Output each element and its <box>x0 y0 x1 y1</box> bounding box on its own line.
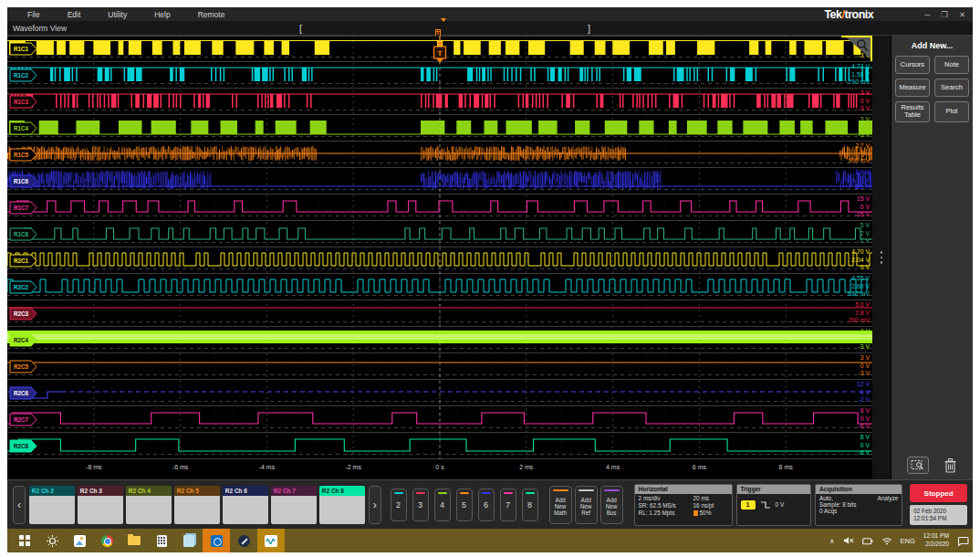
horizontal-value-left: 2 ms/div <box>639 495 693 502</box>
channel-tab-label: R2 Ch 6 <box>223 486 268 496</box>
channel-button-2[interactable]: 2 <box>391 489 407 521</box>
waveform-view[interactable]: R1C1-3 VR1C24.74 V1.58 V-790 mVR1C33 V0 … <box>7 36 872 479</box>
channel-badge-R2C8[interactable]: R2C8 <box>10 440 36 452</box>
channel-tab[interactable]: R2 Ch 5 <box>174 486 220 524</box>
panel-splitter-handle[interactable] <box>872 36 891 479</box>
svg-text:R2C6: R2C6 <box>14 390 29 396</box>
channel-badge-R2C3[interactable]: R2C3 <box>10 308 36 320</box>
channel-button-8[interactable]: 8 <box>522 489 538 521</box>
add-button-label: Add New Ref <box>576 497 597 516</box>
channel-tab-body <box>29 496 75 524</box>
sun-icon[interactable] <box>38 529 66 552</box>
acquisition-panel[interactable]: Acquisition Auto, Analyze Sample: 8 bits… <box>815 484 902 526</box>
channel-badge-R2C2[interactable]: R2C2 <box>10 281 36 293</box>
time-axis-label: -6 ms <box>172 464 189 470</box>
menu-item-file[interactable]: File <box>27 10 40 19</box>
horizontal-panel[interactable]: Horizontal 2 ms/div20 msSR: 62.5 MS/s16 … <box>634 484 733 526</box>
trigger-source-badge: 1 <box>741 500 756 510</box>
channel-tab-strip: R2 Ch 2R2 Ch 3R2 Ch 4R2 Ch 5R2 Ch 6R2 Ch… <box>29 486 365 524</box>
tray-chevron-icon[interactable]: ∧ <box>829 537 835 545</box>
channel-tab[interactable]: R2 Ch 7 <box>271 486 317 524</box>
channel-tab[interactable]: R2 Ch 3 <box>78 486 123 524</box>
add-new-measure-button[interactable]: Measure <box>895 79 930 97</box>
add-new-note-button[interactable]: Note <box>934 56 969 74</box>
chrome-icon[interactable] <box>93 529 120 552</box>
add-new-math-button[interactable]: Add New Math <box>549 486 572 524</box>
minimize-button[interactable]: ─ <box>924 10 930 19</box>
channel-tab[interactable]: R2 Ch 8 <box>319 486 365 524</box>
channel-badge-R1C7[interactable]: R1C7 <box>10 202 36 214</box>
left-expansion-bracket[interactable]: [ <box>299 23 302 34</box>
menu-items: FileEditUtilityHelpRemote <box>27 10 224 19</box>
channel-badge-R1C3[interactable]: R1C3 <box>10 96 36 108</box>
network-icon[interactable] <box>881 536 892 545</box>
right-expansion-bracket[interactable]: ] <box>588 23 590 34</box>
channel-badge-R1C1[interactable]: R1C1 <box>10 43 36 55</box>
run-stop-button[interactable]: Stopped <box>910 484 967 502</box>
menu-item-help[interactable]: Help <box>154 10 170 19</box>
trigger-panel[interactable]: Trigger 1 0 V <box>736 484 811 526</box>
add-new-ref-button[interactable]: Add New Ref <box>575 486 598 524</box>
channel-button-7[interactable]: 7 <box>500 489 516 521</box>
zoom-select-button[interactable] <box>907 457 929 474</box>
trash-icon[interactable] <box>944 457 957 474</box>
channel-tab[interactable]: R2 Ch 2 <box>29 486 75 524</box>
scale-label: 0 V <box>860 124 871 131</box>
scale-label: 4.74 V <box>851 63 870 69</box>
battery-icon[interactable] <box>862 537 873 545</box>
scale-label: -3 V <box>859 105 871 111</box>
channel-badge-R2C6[interactable]: R2C6 <box>10 387 36 399</box>
language-indicator[interactable]: ENG <box>901 537 915 545</box>
action-center-icon[interactable] <box>957 536 969 546</box>
scale-label: -6 V <box>859 449 871 456</box>
outlook-icon[interactable] <box>203 529 230 552</box>
add-new-cursors-button[interactable]: Cursors <box>895 56 930 74</box>
scale-label: 4 V <box>860 389 871 395</box>
close-button[interactable]: ✕ <box>959 10 965 19</box>
system-tray: ∧ ENG 12:01 PM 2/2/2020 <box>829 532 969 548</box>
file-explorer-icon[interactable] <box>120 529 148 552</box>
add-button-stripe <box>553 489 568 491</box>
channel-button-6[interactable]: 6 <box>478 489 495 521</box>
tekscope-app-icon[interactable] <box>257 529 285 552</box>
channel-badge-R2C1[interactable]: R2C1 <box>10 255 36 267</box>
scale-label: 4.55 V <box>851 275 870 281</box>
notes-app-icon[interactable] <box>175 529 203 552</box>
channel-badge-R2C4[interactable]: R2C4 <box>10 334 36 346</box>
channel-badge-R1C6[interactable]: R1C6 <box>10 175 36 187</box>
channel-badge-R1C8[interactable]: R1C8 <box>10 228 36 240</box>
scale-label: 1.8 V <box>855 184 870 190</box>
scroll-tabs-left-button[interactable]: ‹ <box>13 486 26 524</box>
channel-badge-R2C5[interactable]: R2C5 <box>10 361 36 373</box>
menu-item-utility[interactable]: Utility <box>108 10 127 19</box>
add-new-plot-button[interactable]: Plot <box>934 101 969 122</box>
add-new-search-button[interactable]: Search <box>934 79 969 97</box>
channel-button-4[interactable]: 4 <box>434 489 451 521</box>
calculator-icon[interactable] <box>148 529 175 552</box>
start-button[interactable] <box>11 529 38 552</box>
channel-badge-R2C7[interactable]: R2C7 <box>10 414 36 426</box>
channel-tab[interactable]: R2 Ch 4 <box>126 486 172 524</box>
channel-tab-body <box>78 496 123 524</box>
speaker-muted-icon[interactable] <box>843 536 854 545</box>
menu-item-remote[interactable]: Remote <box>198 10 225 19</box>
channel-tab[interactable]: R2 Ch 6 <box>223 486 268 524</box>
channel-button-5[interactable]: 5 <box>456 489 473 521</box>
svg-text:T: T <box>438 49 443 58</box>
taskbar-clock[interactable]: 12:01 PM 2/2/2020 <box>923 532 949 548</box>
channel-badge-R1C5[interactable]: R1C5 <box>10 149 36 161</box>
channel-button-3[interactable]: 3 <box>412 489 429 521</box>
photos-app-icon[interactable] <box>66 529 93 552</box>
pen-app-icon[interactable] <box>230 529 257 552</box>
zoom-box-icon <box>911 459 925 471</box>
restore-button[interactable]: ❐ <box>941 10 948 19</box>
channel-badge-R1C4[interactable]: R1C4 <box>10 122 36 134</box>
menu-item-edit[interactable]: Edit <box>68 10 81 19</box>
channel-button-label: 6 <box>484 500 488 510</box>
add-new-results-table-button[interactable]: Results Table <box>895 101 930 122</box>
channel-badge-R1C2[interactable]: R1C2 <box>10 69 36 81</box>
add-new-bus-button[interactable]: Add New Bus <box>600 486 623 524</box>
horizontal-value-right: 16 ns/pt <box>693 502 728 510</box>
acquisition-sample: Sample: 8 bits <box>819 501 898 508</box>
scroll-tabs-right-button[interactable]: › <box>369 486 381 524</box>
